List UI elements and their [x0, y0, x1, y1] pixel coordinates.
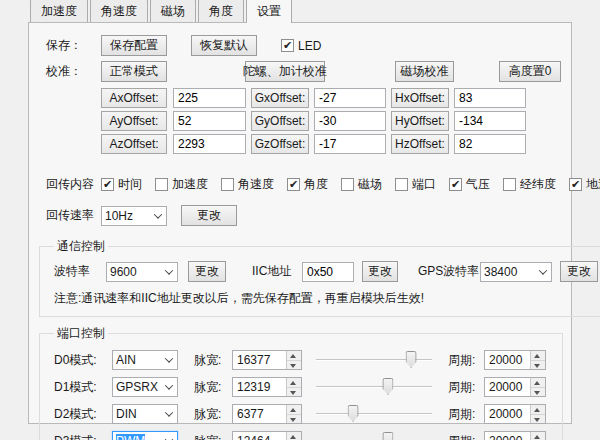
- checkbox-pressure[interactable]: ✔ 气压: [449, 176, 490, 193]
- chevron-down-icon[interactable]: [161, 263, 177, 281]
- checkbox-lat-lon[interactable]: 经纬度: [503, 176, 556, 193]
- spin-up-icon[interactable]: [531, 351, 545, 361]
- slider-handle[interactable]: [382, 378, 393, 395]
- tab-angular-velocity[interactable]: 角速度: [90, 0, 148, 22]
- d0-period-label: 周期:: [448, 352, 484, 369]
- d3-pulse-spinner[interactable]: 12464: [232, 431, 302, 440]
- checkbox-angle[interactable]: ✔ 角度: [287, 176, 328, 193]
- gyro-accel-calibration-button[interactable]: 陀螺、加计校准: [245, 61, 325, 82]
- baud-change-button[interactable]: 更改: [188, 261, 226, 282]
- spin-up-icon[interactable]: [287, 378, 301, 388]
- chevron-down-icon[interactable]: [161, 432, 177, 440]
- spin-up-icon[interactable]: [531, 432, 545, 440]
- led-checkbox-box[interactable]: ✔: [281, 39, 294, 52]
- ax-offset-label: AxOffset:: [101, 88, 167, 108]
- d0-period-spinner[interactable]: 20000: [484, 350, 546, 370]
- checkbox-magnetic[interactable]: 磁场: [341, 176, 382, 193]
- d1-pulse-label: 脉宽:: [194, 379, 232, 396]
- d0-pulse-slider[interactable]: [316, 350, 432, 370]
- checkbox-acceleration[interactable]: 加速度: [155, 176, 208, 193]
- d3-mode-select[interactable]: PWM: [112, 431, 178, 440]
- gps-baud-select[interactable]: 38400: [480, 262, 552, 282]
- slider-handle[interactable]: [348, 405, 359, 422]
- spin-down-icon[interactable]: [531, 361, 545, 370]
- port-control-group: 端口控制 D0模式: AIN 脉宽: 16377 周期: 20000: [39, 325, 563, 440]
- gz-offset-label: GzOffset:: [251, 134, 309, 154]
- spin-down-icon[interactable]: [287, 361, 301, 370]
- iic-change-button[interactable]: 更改: [362, 261, 398, 282]
- save-config-button[interactable]: 保存配置: [101, 35, 167, 56]
- d1-period-label: 周期:: [448, 379, 484, 396]
- gx-offset-input[interactable]: [314, 88, 386, 108]
- iic-address-input[interactable]: [302, 262, 354, 282]
- gps-change-button[interactable]: 更改: [560, 261, 598, 282]
- checkbox-port[interactable]: 端口: [395, 176, 436, 193]
- ay-offset-input[interactable]: [173, 111, 246, 131]
- magnetic-calibration-button[interactable]: 磁场校准: [395, 61, 455, 82]
- d1-pulse-slider[interactable]: [316, 377, 432, 397]
- chevron-down-icon[interactable]: [150, 207, 166, 225]
- chevron-down-icon[interactable]: [161, 405, 177, 423]
- spin-down-icon[interactable]: [531, 388, 545, 397]
- baud-rate-select[interactable]: 9600: [106, 262, 178, 282]
- restore-default-button[interactable]: 恢复默认: [191, 35, 257, 56]
- feedback-rate-select[interactable]: 10Hz: [101, 206, 167, 226]
- checkbox-ground-speed[interactable]: ✔ 地速: [569, 176, 600, 193]
- spin-down-icon[interactable]: [531, 415, 545, 424]
- slider-handle[interactable]: [382, 432, 393, 440]
- normal-mode-button[interactable]: 正常模式: [101, 61, 167, 82]
- offset-row-y: AyOffset: GyOffset: HyOffset:: [46, 111, 561, 131]
- ax-offset-input[interactable]: [173, 88, 246, 108]
- comm-note: 注意:通讯速率和IIC地址更改以后，需先保存配置，再重启模块后生效!: [54, 290, 598, 307]
- chevron-down-icon[interactable]: [161, 351, 177, 369]
- tab-acceleration[interactable]: 加速度: [30, 0, 88, 22]
- save-label: 保存：: [46, 37, 101, 54]
- feedback-rate-label: 回传速率: [46, 207, 101, 224]
- comm-control-title: 通信控制: [54, 238, 108, 255]
- chevron-down-icon[interactable]: [535, 263, 551, 281]
- d3-period-spinner[interactable]: 20000: [484, 431, 546, 440]
- tab-settings[interactable]: 设置: [246, 0, 292, 23]
- hx-offset-input[interactable]: [454, 88, 526, 108]
- d2-pulse-spinner[interactable]: 6377: [232, 404, 302, 424]
- slider-handle[interactable]: [406, 351, 417, 368]
- tab-magnetic-field[interactable]: 磁场: [150, 0, 196, 22]
- hy-offset-input[interactable]: [454, 111, 526, 131]
- spin-up-icon[interactable]: [531, 405, 545, 415]
- gps-baud-label: GPS波特率: [418, 263, 480, 280]
- spin-up-icon[interactable]: [287, 432, 301, 440]
- d3-pulse-slider[interactable]: [316, 431, 432, 440]
- d0-mode-select[interactable]: AIN: [112, 350, 178, 370]
- d2-mode-select[interactable]: DIN: [112, 404, 178, 424]
- tab-angle[interactable]: 角度: [198, 0, 244, 22]
- port-row-d0: D0模式: AIN 脉宽: 16377 周期: 20000: [54, 349, 552, 371]
- d2-period-label: 周期:: [448, 406, 484, 423]
- d1-period-spinner[interactable]: 20000: [484, 377, 546, 397]
- checkbox-angular-velocity[interactable]: 角速度: [221, 176, 274, 193]
- d2-pulse-slider[interactable]: [316, 404, 432, 424]
- d1-pulse-spinner[interactable]: 12319: [232, 377, 302, 397]
- spin-up-icon[interactable]: [287, 351, 301, 361]
- rate-change-button[interactable]: 更改: [181, 205, 237, 226]
- height-zero-button[interactable]: 高度置0: [499, 61, 561, 82]
- hz-offset-input[interactable]: [454, 134, 526, 154]
- offset-row-z: AzOffset: GzOffset: HzOffset:: [46, 134, 561, 154]
- az-offset-input[interactable]: [173, 134, 246, 154]
- chevron-down-icon[interactable]: [161, 378, 177, 396]
- hx-offset-label: HxOffset:: [391, 88, 449, 108]
- spin-up-icon[interactable]: [287, 405, 301, 415]
- d2-period-spinner[interactable]: 20000: [484, 404, 546, 424]
- d0-pulse-spinner[interactable]: 16377: [232, 350, 302, 370]
- d1-mode-select[interactable]: GPSRX: [112, 377, 178, 397]
- gz-offset-input[interactable]: [314, 134, 386, 154]
- ay-offset-label: AyOffset:: [101, 111, 167, 131]
- port-row-d1: D1模式: GPSRX 脉宽: 12319 周期: 20000: [54, 376, 552, 398]
- gy-offset-input[interactable]: [314, 111, 386, 131]
- checkbox-time[interactable]: ✔ 时间: [101, 176, 142, 193]
- spin-up-icon[interactable]: [531, 378, 545, 388]
- spin-down-icon[interactable]: [287, 415, 301, 424]
- az-offset-label: AzOffset:: [101, 134, 167, 154]
- spin-down-icon[interactable]: [287, 388, 301, 397]
- calibration-row: 校准： 正常模式 陀螺、加计校准 磁场校准 高度置0: [46, 61, 561, 82]
- led-checkbox[interactable]: ✔ LED: [281, 39, 321, 53]
